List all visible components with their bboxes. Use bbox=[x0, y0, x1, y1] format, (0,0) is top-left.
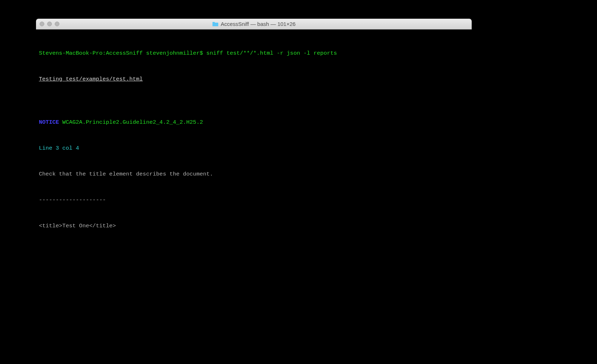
terminal-window: AccessSniff — bash — 101×26 Stevens-MacB… bbox=[36, 19, 472, 260]
notice-label: NOTICE bbox=[39, 119, 59, 126]
terminal-body[interactable]: Stevens-MacBook-Pro:AccessSniff stevenjo… bbox=[36, 29, 472, 260]
notice-separator: -------------------- bbox=[39, 196, 469, 204]
notice-rule: WCAG2A.Principle2.Guideline2_4.2_4_2.H25… bbox=[59, 119, 203, 126]
notice-header: NOTICE WCAG2A.Principle2.Guideline2_4.2_… bbox=[39, 118, 469, 127]
window-title: AccessSniff — bash — 101×26 bbox=[221, 21, 296, 27]
folder-icon bbox=[212, 21, 219, 27]
notice-location: Line 3 col 4 bbox=[39, 144, 469, 153]
notice-code: <title>Test One</title> bbox=[39, 222, 469, 230]
window-titlebar: AccessSniff — bash — 101×26 bbox=[36, 19, 472, 29]
close-button[interactable] bbox=[40, 22, 44, 26]
window-title-area: AccessSniff — bash — 101×26 bbox=[212, 21, 296, 27]
testing-line: Testing test/examples/test.html bbox=[39, 75, 469, 83]
notice-message: Check that the title element describes t… bbox=[39, 170, 469, 178]
traffic-lights bbox=[40, 22, 59, 26]
zoom-button[interactable] bbox=[55, 22, 59, 26]
prompt-line: Stevens-MacBook-Pro:AccessSniff stevenjo… bbox=[39, 49, 469, 58]
minimize-button[interactable] bbox=[47, 22, 52, 26]
